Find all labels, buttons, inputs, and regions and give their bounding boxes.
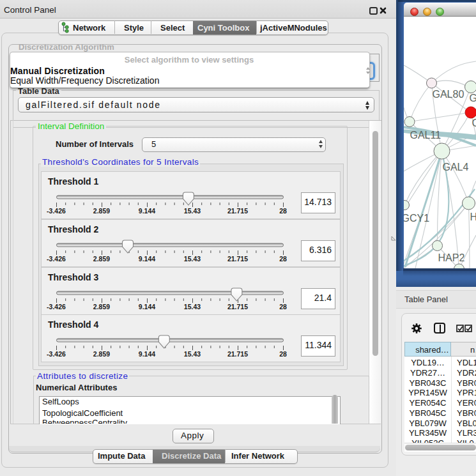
svg-text:15.43: 15.43 <box>184 255 201 263</box>
svg-text:-3.426: -3.426 <box>47 207 66 215</box>
svg-text:GAL80: GAL80 <box>433 89 464 100</box>
svg-text:HAP2: HAP2 <box>438 252 465 263</box>
svg-text:28: 28 <box>279 350 287 358</box>
svg-text:2.859: 2.859 <box>93 207 110 215</box>
svg-text:21.715: 21.715 <box>227 207 248 215</box>
svg-text:28: 28 <box>279 207 287 215</box>
svg-text:-3.426: -3.426 <box>47 303 66 311</box>
svg-text:21.715: 21.715 <box>227 303 248 311</box>
svg-text:28: 28 <box>279 303 287 311</box>
svg-text:2.859: 2.859 <box>93 303 110 311</box>
svg-text:C: C <box>472 118 476 128</box>
svg-text:9.144: 9.144 <box>139 255 155 263</box>
svg-text:15.43: 15.43 <box>184 207 201 215</box>
svg-text:21.715: 21.715 <box>227 255 248 263</box>
svg-text:GAL11: GAL11 <box>410 130 441 141</box>
svg-text:9.144: 9.144 <box>139 350 155 358</box>
svg-text:15.43: 15.43 <box>184 350 201 358</box>
svg-text:GCY1: GCY1 <box>404 213 429 224</box>
svg-text:21.715: 21.715 <box>227 350 248 358</box>
svg-text:G.: G. <box>470 93 476 104</box>
svg-text:-3.426: -3.426 <box>47 255 66 263</box>
svg-text:-3.426: -3.426 <box>47 350 66 358</box>
svg-text:28: 28 <box>279 255 287 263</box>
svg-text:2.859: 2.859 <box>93 350 110 358</box>
svg-text:9.144: 9.144 <box>139 207 155 215</box>
svg-text:15.43: 15.43 <box>184 303 201 311</box>
svg-text:2.859: 2.859 <box>93 255 110 263</box>
svg-text:GAL4: GAL4 <box>443 162 469 173</box>
svg-text:H: H <box>470 211 476 222</box>
svg-text:9.144: 9.144 <box>139 303 155 311</box>
